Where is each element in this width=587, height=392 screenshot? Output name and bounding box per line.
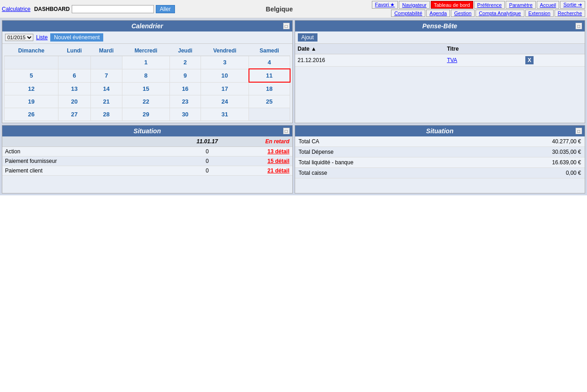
calendar-day-cell[interactable]: 16 <box>169 82 201 95</box>
situation-right-panel: Situation □ Total CA40.277,00 €Total Dép… <box>295 125 586 193</box>
calendar-body: 1234567891011121314151617181920212223242… <box>5 56 290 121</box>
situation-left-row: Action013 détail <box>2 147 292 157</box>
nav-btn-agenda[interactable]: Agenda <box>426 10 450 17</box>
sort-arrow-icon: ▲ <box>311 46 317 52</box>
calendar-day-cell[interactable]: 7 <box>90 69 122 82</box>
situation-label-header <box>5 138 180 145</box>
calendar-day-cell[interactable]: 29 <box>122 108 169 121</box>
situation-row-count: 0 <box>180 158 235 164</box>
fin-row-value: 16.639,00 € <box>535 159 581 166</box>
fin-row-label: Total caisse <box>299 170 536 176</box>
calendrier-header: Calendrier □ <box>2 21 292 31</box>
nav-btn-accueil[interactable]: Accueil <box>537 1 559 9</box>
calendar-day-cell[interactable]: 17 <box>201 82 249 95</box>
situation-left-header: Situation □ <box>2 125 292 136</box>
calendar-day-cell[interactable]: 26 <box>5 108 58 121</box>
pense-titre-cell[interactable]: TVA <box>444 54 522 67</box>
nav-btn-compta-analytique[interactable]: Compta Analytique <box>476 10 524 17</box>
calendar-header-row: Dimanche Lundi Mardi Mercredi Jeudi Vend… <box>5 46 290 56</box>
fin-row-label: Total Dépense <box>299 149 536 155</box>
dashboard-label: DASHBOARD <box>34 6 70 12</box>
col-mercredi: Mercredi <box>122 46 169 56</box>
calendar-day-cell[interactable]: 24 <box>201 95 249 108</box>
nav-row-2: Comptabilité Agenda Gestion Compta Analy… <box>391 10 585 17</box>
nav-btn-extension[interactable]: Extension <box>525 10 554 17</box>
situation-right-row: Total Dépense30.035,00 € <box>295 147 585 157</box>
calendar-day-cell[interactable]: 15 <box>122 82 169 95</box>
nav-btn-gestion[interactable]: Gestion <box>451 10 475 17</box>
situation-left-header-row: 11.01.17 En retard <box>2 136 292 147</box>
pense-bete-header: Pense-Bête □ <box>295 21 585 31</box>
situation-left-title: Situation <box>133 127 161 135</box>
pense-delete-cell: X <box>523 54 585 67</box>
calendar-day-cell[interactable]: 9 <box>169 69 201 82</box>
top-nav-left: Calculatrice DASHBOARD Aller <box>2 5 187 13</box>
calendar-day-cell[interactable]: 31 <box>201 108 249 121</box>
col-vendredi: Vendredi <box>201 46 249 56</box>
situation-row-label: Paiement fournisseur <box>5 158 180 164</box>
pense-table-body: 21.12.2016TVAX <box>295 54 585 67</box>
nav-btn-recherche[interactable]: Recherche <box>555 10 585 17</box>
calendar-day-cell[interactable]: 12 <box>5 82 58 95</box>
calendar-day-cell[interactable]: 4 <box>249 56 290 69</box>
situation-right-minimize-icon[interactable]: □ <box>576 128 582 134</box>
calendar-day-cell[interactable]: 28 <box>90 108 122 121</box>
col-titre-header: Titre <box>444 44 522 54</box>
calendrier-minimize-icon[interactable]: □ <box>283 23 290 29</box>
calendar-day-cell[interactable]: 27 <box>58 108 91 121</box>
calendar-day-cell[interactable]: 22 <box>122 95 169 108</box>
situation-right-title: Situation <box>426 127 454 135</box>
new-event-button[interactable]: Nouvel événement <box>50 33 103 42</box>
situation-date-header: 11.01.17 <box>180 138 235 145</box>
calendar-day-cell[interactable]: 23 <box>169 95 201 108</box>
calendar-day-cell[interactable]: 11 <box>249 69 290 82</box>
calendar-day-cell[interactable]: 1 <box>122 56 169 69</box>
pense-bete-minimize-icon[interactable]: □ <box>576 23 582 29</box>
search-input[interactable] <box>72 5 154 13</box>
calendar-toolbar: 01/2015 02/2015 03/2015 Liste Nouvel évé… <box>2 31 292 44</box>
calendar-day-cell[interactable]: 2 <box>169 56 201 69</box>
calculatrice-link[interactable]: Calculatrice <box>2 6 31 12</box>
ajout-button[interactable]: Ajout <box>298 33 317 42</box>
situation-row-count: 0 <box>180 148 235 155</box>
liste-link[interactable]: Liste <box>36 34 48 41</box>
calendar-day-cell[interactable]: 20 <box>58 95 91 108</box>
calendar-week-row: 19202122232425 <box>5 95 290 108</box>
month-select[interactable]: 01/2015 02/2015 03/2015 <box>5 34 33 41</box>
pense-table-header-row: Date ▲ Titre <box>295 44 585 54</box>
calendar-day-cell[interactable]: 5 <box>5 69 58 82</box>
nav-btn-parametre[interactable]: Paramètre <box>506 1 535 9</box>
top-nav-right: Favori ★ Navigateur Tableau de bord Préf… <box>372 1 585 17</box>
pense-delete-button[interactable]: X <box>525 56 534 64</box>
situation-left-panel: Situation □ 11.01.17 En retard Action013… <box>2 125 293 193</box>
fin-row-label: Total CA <box>299 138 536 145</box>
calendar-day-cell[interactable]: 19 <box>5 95 58 108</box>
calendar-day-cell[interactable]: 18 <box>249 82 290 95</box>
calendar-day-cell[interactable]: 13 <box>58 82 91 95</box>
situation-left-minimize-icon[interactable]: □ <box>283 128 290 134</box>
pense-bete-table: Date ▲ Titre 21.12.2016TVAX <box>295 44 585 67</box>
nav-btn-preference[interactable]: Préférence <box>474 1 505 9</box>
calendar-day-cell[interactable]: 25 <box>249 95 290 108</box>
pense-titre-link[interactable]: TVA <box>447 57 457 63</box>
nav-btn-sortie[interactable]: Sortie ➔ <box>560 1 585 9</box>
nav-btn-tableau-de-bord[interactable]: Tableau de bord <box>431 1 473 9</box>
calendar-day-cell[interactable]: 3 <box>201 56 249 69</box>
nav-btn-comptabilite[interactable]: Comptabilité <box>391 10 425 17</box>
nav-btn-favori[interactable]: Favori ★ <box>372 1 398 9</box>
main-content: Calendrier □ 01/2015 02/2015 03/2015 Lis… <box>0 18 587 195</box>
situation-row-detail-link[interactable]: 21 détail <box>235 167 290 174</box>
fin-row-value: 40.277,00 € <box>535 138 581 145</box>
calendar-day-cell[interactable]: 14 <box>90 82 122 95</box>
nav-btn-navigateur[interactable]: Navigateur <box>399 1 429 9</box>
situation-row-detail-link[interactable]: 15 détail <box>235 158 290 164</box>
aller-button[interactable]: Aller <box>156 5 175 13</box>
calendar-day-cell[interactable]: 8 <box>122 69 169 82</box>
situation-right-row: Total liquidité - banque16.639,00 € <box>295 157 585 168</box>
pense-table-row: 21.12.2016TVAX <box>295 54 585 67</box>
calendar-day-cell[interactable]: 6 <box>58 69 91 82</box>
calendar-day-cell[interactable]: 30 <box>169 108 201 121</box>
calendar-day-cell[interactable]: 21 <box>90 95 122 108</box>
calendar-day-cell[interactable]: 10 <box>201 69 249 82</box>
situation-row-detail-link[interactable]: 13 détail <box>235 148 290 155</box>
